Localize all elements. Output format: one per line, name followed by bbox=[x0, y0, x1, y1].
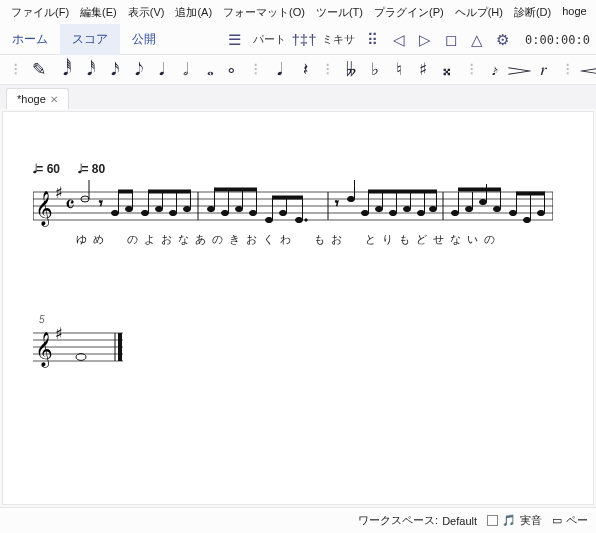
rest-icon[interactable]: 𝄽 bbox=[294, 59, 312, 81]
close-icon[interactable]: ✕ bbox=[50, 94, 58, 105]
svg-text:𝄴: 𝄴 bbox=[65, 192, 75, 217]
menu-tools[interactable]: ツール(T) bbox=[311, 3, 368, 22]
page-nav[interactable]: ▭ ペー bbox=[552, 513, 588, 528]
menu-view[interactable]: 表示(V) bbox=[123, 3, 170, 22]
svg-text:𝄾: 𝄾 bbox=[335, 200, 339, 206]
tab-home[interactable]: ホーム bbox=[0, 24, 60, 55]
svg-point-50 bbox=[362, 210, 369, 215]
lyric-syllable: の bbox=[211, 232, 224, 247]
lyric-syllable: ど bbox=[415, 232, 428, 247]
double-flat-icon[interactable]: 𝄫 bbox=[342, 59, 360, 81]
svg-point-16 bbox=[112, 210, 119, 215]
workspace-indicator[interactable]: ワークスペース: Default bbox=[358, 513, 477, 528]
svg-text:𝄞: 𝄞 bbox=[35, 191, 53, 227]
svg-point-45 bbox=[305, 219, 307, 221]
checkbox-icon[interactable] bbox=[487, 515, 498, 526]
svg-text:𝄞: 𝄞 bbox=[35, 332, 53, 368]
menu-hoge[interactable]: hoge bbox=[557, 3, 591, 22]
lyric-syllable: も bbox=[313, 232, 326, 247]
svg-point-43 bbox=[296, 217, 303, 222]
menu-diagnose[interactable]: 診断(D) bbox=[509, 3, 556, 22]
svg-point-65 bbox=[466, 206, 473, 211]
status-bar: ワークスペース: Default 🎵 実音 ▭ ペー bbox=[0, 507, 596, 533]
tab-score[interactable]: スコア bbox=[60, 24, 120, 55]
score-canvas[interactable]: 𝅘𝅥 = 60 𝅘𝅥 = 80 𝄞 ♯ 𝄴 bbox=[2, 111, 594, 505]
parts-button[interactable]: パート bbox=[251, 32, 288, 47]
concert-pitch-toggle[interactable]: 🎵 実音 bbox=[487, 513, 542, 528]
note-quarter-icon[interactable]: 𝅘𝅥 bbox=[150, 59, 168, 81]
concert-pitch-label: 実音 bbox=[520, 513, 542, 528]
menu-add[interactable]: 追加(A) bbox=[170, 3, 217, 22]
menu-edit[interactable]: 編集(E) bbox=[75, 3, 122, 22]
document-tab-hoge[interactable]: *hoge ✕ bbox=[6, 88, 69, 109]
svg-point-34 bbox=[236, 206, 243, 211]
metronome-icon[interactable]: △ bbox=[467, 30, 487, 50]
loop-icon[interactable]: ◻ bbox=[441, 30, 461, 50]
note-half-icon[interactable]: 𝅗𝅥 bbox=[174, 59, 192, 81]
note-16th-icon[interactable]: 𝅘𝅥𝅯 bbox=[102, 59, 120, 81]
double-sharp-icon[interactable]: 𝄪 bbox=[438, 59, 456, 81]
rewind-icon[interactable]: ◁ bbox=[389, 30, 409, 50]
sharp-icon[interactable]: ♯ bbox=[414, 59, 432, 81]
menu-help[interactable]: ヘルプ(H) bbox=[450, 3, 508, 22]
svg-point-54 bbox=[390, 210, 397, 215]
svg-point-23 bbox=[156, 206, 163, 211]
mixer-icon[interactable]: †‡† bbox=[294, 30, 314, 50]
lyric-syllable: な bbox=[449, 232, 462, 247]
lyric-syllable: わ bbox=[279, 232, 292, 247]
lyric-syllable: お bbox=[245, 232, 258, 247]
note-breve-icon[interactable]: ∘ bbox=[222, 59, 240, 81]
lyric-syllable: く bbox=[262, 232, 275, 247]
svg-point-25 bbox=[170, 210, 177, 215]
menu-dots-icon[interactable]: ⠿ bbox=[363, 30, 383, 50]
svg-point-32 bbox=[222, 210, 229, 215]
svg-point-36 bbox=[250, 210, 257, 215]
score-page: 𝅘𝅥 = 60 𝅘𝅥 = 80 𝄞 ♯ 𝄴 bbox=[33, 162, 573, 371]
tuplet-icon[interactable]: 𝆌 bbox=[534, 59, 552, 81]
tab-publish[interactable]: 公開 bbox=[120, 24, 168, 55]
svg-point-30 bbox=[208, 206, 215, 211]
slur-icon[interactable]: 𝆓 bbox=[510, 59, 528, 81]
page-icon: ▭ bbox=[552, 514, 562, 527]
play-icon[interactable]: ▷ bbox=[415, 30, 435, 50]
menu-file[interactable]: ファイル(F) bbox=[6, 3, 74, 22]
svg-point-74 bbox=[524, 217, 531, 222]
dot-icon[interactable]: 𝅘𝅥. bbox=[270, 59, 288, 81]
settings-gear-icon[interactable]: ⚙ bbox=[493, 30, 513, 50]
lyric-syllable: の bbox=[126, 232, 139, 247]
parts-icon[interactable]: ☰ bbox=[225, 30, 245, 50]
tuning-fork-icon: 🎵 bbox=[502, 514, 516, 527]
svg-rect-38 bbox=[215, 188, 257, 191]
staff-line-1[interactable]: 𝄞 ♯ 𝄴 𝄾 bbox=[33, 180, 573, 244]
staff-line-2[interactable]: 5 𝄞 ♯ bbox=[33, 314, 573, 371]
lyric-syllable: の bbox=[483, 232, 496, 247]
note-64th-icon[interactable]: 𝅘𝅥𝅱 bbox=[54, 59, 72, 81]
svg-rect-88 bbox=[118, 333, 122, 361]
workspace-value: Default bbox=[442, 515, 477, 527]
lyric-syllable bbox=[296, 232, 309, 247]
svg-point-41 bbox=[280, 210, 287, 215]
tie-icon[interactable]: 𝆔 bbox=[486, 59, 504, 81]
lyric-syllable: な bbox=[177, 232, 190, 247]
svg-point-76 bbox=[538, 210, 545, 215]
marcato-icon[interactable]: 𝆒 bbox=[582, 59, 596, 81]
mixer-button[interactable]: ミキサ bbox=[320, 32, 357, 47]
note-32nd-icon[interactable]: 𝅘𝅥𝅰 bbox=[78, 59, 96, 81]
natural-icon[interactable]: ♮ bbox=[390, 59, 408, 81]
note-whole-icon[interactable]: 𝅝 bbox=[198, 59, 216, 81]
measure-number: 5 bbox=[39, 314, 573, 325]
lyric-syllable: お bbox=[160, 232, 173, 247]
svg-point-52 bbox=[376, 206, 383, 211]
svg-rect-46 bbox=[273, 196, 303, 199]
menu-plugins[interactable]: プラグイン(P) bbox=[369, 3, 449, 22]
flat-icon[interactable]: ♭ bbox=[366, 59, 384, 81]
edit-pencil-icon[interactable]: ✎ bbox=[30, 59, 48, 81]
note-8th-icon[interactable]: 𝅘𝅥𝅮 bbox=[126, 59, 144, 81]
separator-icon: ⁝ bbox=[246, 59, 264, 81]
svg-point-58 bbox=[418, 210, 425, 215]
menu-format[interactable]: フォーマット(O) bbox=[218, 3, 310, 22]
svg-point-27 bbox=[184, 206, 191, 211]
lyric-syllable bbox=[347, 232, 360, 247]
page-label: ペー bbox=[566, 513, 588, 528]
svg-text:♯: ♯ bbox=[55, 184, 63, 201]
